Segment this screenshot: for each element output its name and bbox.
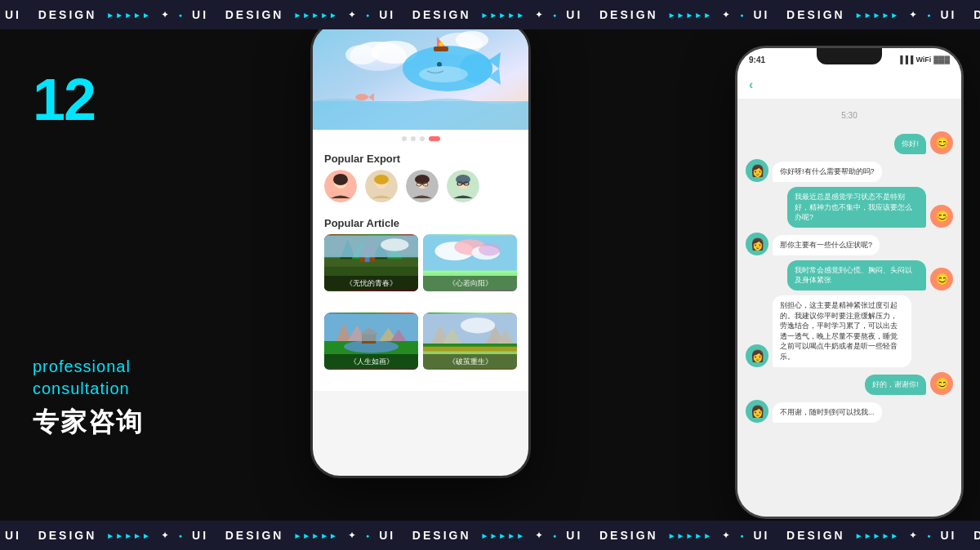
bubble-7: 好的，谢谢你! [865,375,926,395]
svg-point-47 [381,238,409,251]
ticker-text: UI DESIGN [379,8,470,21]
popular-article-title: Popular Article [324,217,517,229]
status-icons: ▐▐▐ WiFi ▓▓▓ [898,55,950,64]
ticker-text: UI DESIGN [566,8,657,21]
label-chinese: 专家咨询 [33,405,237,441]
ticker-diamond: ✦ [161,9,169,20]
hero-illustration [313,24,528,130]
article-2-label: 《心若向阳》 [423,276,517,291]
phone-1-hero-banner [313,24,528,130]
phone-1-container: Popular Export [310,21,531,478]
svg-rect-64 [324,313,418,341]
advisor-avatar-2: 👩 [746,233,768,255]
dot-4-active [429,136,440,141]
bottom-ticker-bar: UI DESIGN ►►►►► ✦ ● UI DESIGN ►►►►► ✦ ● … [0,521,980,550]
article-4[interactable]: 《破茧重生》 [423,313,517,386]
ticker-text: UI DESIGN [753,8,844,21]
ticker-arrows-b3: ►►►►► [481,531,526,540]
user-avatar-4: 😊 [930,372,953,395]
ticker-arrows: ►►►►► [106,11,151,20]
ticker-dot: ● [366,12,369,18]
bubble-2: 你好呀!有什么需要帮助的吗? [773,162,882,182]
ticker-text-b1: UI DESIGN [5,529,96,542]
svg-point-53 [479,243,501,255]
popular-export-title: Popular Export [324,153,517,165]
article-2-image: 《心若向阳》 [423,234,517,291]
ticker-dot-b2: ● [366,533,369,539]
msg-8: 👩 不用谢，随时到到可以找我... [746,400,953,423]
ticker-diamond: ✦ [535,9,543,20]
ticker-diamond: ✦ [909,9,917,20]
phone-2-container: 9:41 ▐▐▐ WiFi ▓▓▓ ‹ 5:30 [735,46,964,519]
article-4-label: 《破茧重生》 [423,354,517,370]
ticker-dot-b5: ● [927,533,930,539]
ticker-arrows: ►►►►► [293,11,338,20]
ticker-text-b2: UI DESIGN [192,529,283,542]
popular-export-section: Popular Export [313,148,528,212]
article-1-label: 《无忧的青春》 [324,276,418,291]
ticker-diamond-b4: ✦ [722,530,730,541]
user-avatar-3: 😊 [930,268,953,291]
ticker-text-b4: UI DESIGN [566,529,657,542]
ticker-arrows: ►►►►► [855,11,900,20]
ticker-arrows-b1: ►►►►► [106,531,151,540]
ticker-text-b3: UI DESIGN [379,529,470,542]
phone-2-frame: 9:41 ▐▐▐ WiFi ▓▓▓ ‹ 5:30 [735,46,964,519]
ticker-diamond-b2: ✦ [348,530,356,541]
dot-2 [411,136,416,141]
svg-point-20 [333,174,348,185]
phone-notch [817,48,882,64]
article-1-image: 《无忧的青春》 [324,234,418,291]
advisor-avatar-1: 👩 [746,159,768,182]
ticker-dot: ● [553,12,556,18]
ticker-arrows-b2: ►►►►► [293,531,338,540]
ticker-arrows-b5: ►►►►► [855,531,900,540]
experts-list [324,170,517,207]
chat-time-divider: 5:30 [746,111,953,120]
article-2[interactable]: 《心若向阳》 [423,234,517,308]
dot-1 [402,136,407,141]
ticker-diamond-b3: ✦ [535,530,543,541]
wifi-icon: WiFi [915,55,931,64]
article-4-image: 《破茧重生》 [423,313,517,370]
msg-3: 我最近总是感觉学习状态不是特别好，精神力也不集中，我应该要怎么办呢? 😊 [746,187,953,228]
expert-1[interactable] [324,170,357,202]
popular-article-section: Popular Article [313,212,528,391]
status-time: 9:41 [749,55,765,64]
main-area: 12 professional consultation 专家咨询 [0,29,980,521]
ticker-text-b6: UI DESIGN [940,529,980,542]
bubble-1: 你好! [894,134,926,154]
bubble-5: 我时常会感觉到心慌、胸闷、头闷以及身体紧张 [787,260,926,291]
carousel-dots [313,130,528,148]
article-1[interactable]: 《无忧的青春》 [324,234,418,308]
ticker-arrows: ►►►►► [668,11,713,20]
expert-2[interactable] [365,170,398,202]
expert-4[interactable] [447,170,479,202]
ticker-arrows: ►►►►► [481,11,526,20]
svg-point-23 [374,175,389,184]
user-avatar-1: 😊 [930,131,953,154]
msg-6: 👩 别担心，这主要是精神紧张过度引起的。我建议你平时要注意缓解压力，劳逸结合，平… [746,295,953,367]
article-3[interactable]: 《人生如画》 [324,313,418,386]
user-avatar-2: 😊 [930,205,953,228]
ticker-dot-b4: ● [740,533,743,539]
svg-point-3 [345,45,378,64]
bubble-4: 那你主要有一些什么症状呢? [773,235,880,255]
label-consultation: consultation [33,379,237,398]
back-button[interactable]: ‹ [749,78,753,92]
svg-point-74 [461,317,495,333]
phone-1-frame: Popular Export [310,21,531,478]
ticker-text: UI DESIGN [5,8,96,21]
expert-3[interactable] [406,170,439,202]
phone-1-content: Popular Export [313,24,528,476]
ticker-diamond-b1: ✦ [161,530,169,541]
article-3-image: 《人生如画》 [324,313,418,370]
bubble-3: 我最近总是感觉学习状态不是特别好，精神力也不集中，我应该要怎么办呢? [787,187,926,228]
dot-3 [420,136,425,141]
bubble-8: 不用谢，随时到到可以找我... [773,402,882,423]
svg-point-11 [419,66,468,82]
ticker-dot-b3: ● [553,533,556,539]
advisor-avatar-4: 👩 [746,400,768,423]
chat-messages: 5:30 你好! 😊 👩 你好呀!有什么需要帮助的吗? [737,100,961,517]
ticker-text: UI DESIGN [940,8,980,21]
